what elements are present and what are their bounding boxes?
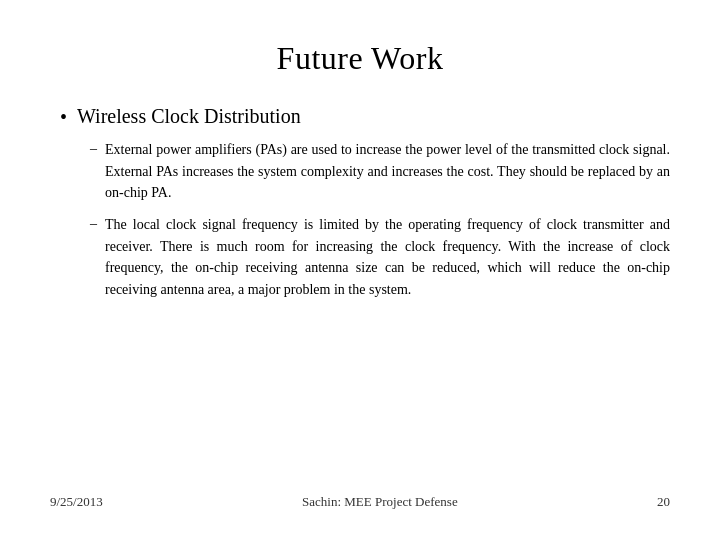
sub-dash-1: – <box>90 141 97 157</box>
sub-text-1: External power amplifiers (PAs) are used… <box>105 139 670 204</box>
footer-center-text: Sachin: MEE Project Defense <box>302 494 458 510</box>
footer-date: 9/25/2013 <box>50 494 103 510</box>
sub-dash-2: – <box>90 216 97 232</box>
slide: Future Work • Wireless Clock Distributio… <box>0 0 720 540</box>
footer: 9/25/2013 Sachin: MEE Project Defense 20 <box>50 484 670 510</box>
main-bullet-label: Wireless Clock Distribution <box>77 105 301 128</box>
content-area: • Wireless Clock Distribution – External… <box>50 105 670 484</box>
sub-bullet-1: – External power amplifiers (PAs) are us… <box>90 139 670 204</box>
footer-page-number: 20 <box>657 494 670 510</box>
sub-text-2: The local clock signal frequency is limi… <box>105 214 670 301</box>
sub-bullets: – External power amplifiers (PAs) are us… <box>90 139 670 301</box>
slide-title: Future Work <box>50 40 670 77</box>
bullet-dot: • <box>60 106 67 129</box>
main-bullet: • Wireless Clock Distribution <box>60 105 670 129</box>
sub-bullet-2: – The local clock signal frequency is li… <box>90 214 670 301</box>
